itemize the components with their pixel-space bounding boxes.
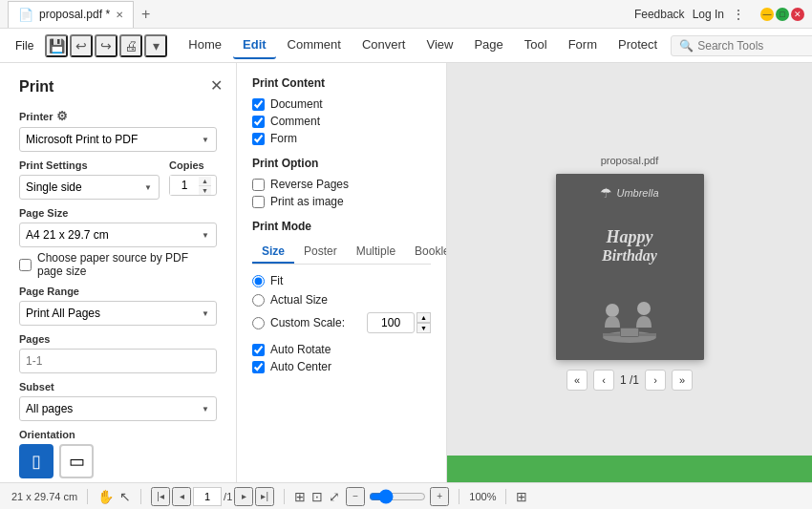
custom-scale-radio[interactable]: [252, 317, 265, 329]
search-icon: 🔍: [679, 39, 694, 53]
last-page-status-button[interactable]: ▸|: [255, 487, 274, 506]
menu-edit[interactable]: Edit: [233, 32, 276, 59]
gear-icon[interactable]: ⚙: [56, 109, 68, 123]
zoom-out-button[interactable]: −: [346, 487, 365, 506]
page-info: 1 /1: [620, 373, 639, 387]
print-as-image-checkbox[interactable]: [252, 196, 265, 208]
top-bar-right: Feedback Log In ⋮ — □ ✕: [634, 7, 804, 22]
copies-arrows: ▲ ▼: [199, 177, 211, 195]
prev-page-button[interactable]: ‹: [593, 370, 614, 391]
umbrella-logo: ☂ Umbrella: [600, 185, 658, 201]
preview-area: proposal.pdf ☂ Umbrella Happy Birthday: [447, 63, 812, 482]
undo-icon[interactable]: ↩: [70, 34, 93, 57]
first-page-button[interactable]: «: [566, 370, 588, 391]
auto-rotate-checkbox[interactable]: [252, 344, 265, 356]
prev-page-status-button[interactable]: ◂: [172, 487, 191, 506]
first-page-status-button[interactable]: |◂: [151, 487, 170, 506]
status-divider-5: [505, 489, 506, 504]
select-tool-icon[interactable]: ↖: [119, 489, 131, 504]
login-link[interactable]: Log In: [693, 8, 724, 21]
menu-convert[interactable]: Convert: [353, 32, 416, 59]
status-divider-2: [140, 489, 141, 504]
close-button[interactable]: ✕: [210, 76, 223, 95]
actual-size-radio[interactable]: [252, 294, 265, 307]
auto-rotate-label: Auto Rotate: [270, 343, 331, 356]
menu-search[interactable]: 🔍: [671, 35, 812, 56]
menu-bar: File 💾 ↩ ↪ 🖨 ▾ Home Edit Comment Convert…: [0, 29, 812, 63]
fullscreen-icon[interactable]: ⤢: [329, 489, 340, 504]
menu-tool[interactable]: Tool: [515, 32, 557, 59]
document-checkbox[interactable]: [252, 98, 265, 111]
settings-label: Print Settings: [19, 159, 160, 171]
menu-view[interactable]: View: [417, 32, 462, 59]
fit-radio[interactable]: [252, 275, 265, 287]
dropdown-arrow-icon[interactable]: ▾: [144, 34, 167, 57]
tab-poster[interactable]: Poster: [294, 241, 347, 264]
menu-comment[interactable]: Comment: [278, 32, 351, 59]
tab-close-button[interactable]: ✕: [116, 10, 123, 20]
fit-width-icon[interactable]: ⊡: [311, 489, 323, 504]
grid-view-icon[interactable]: ⊞: [516, 489, 527, 504]
copies-down-button[interactable]: ▼: [199, 186, 211, 195]
birthday-text2: Birthday: [602, 247, 657, 265]
settings-select-wrapper: Single side: [19, 175, 160, 200]
fit-page-icon[interactable]: ⊞: [294, 489, 306, 504]
page-nav: |◂ ◂ /1 ▸ ▸|: [151, 487, 274, 506]
actual-size-radio-row: Actual Size: [252, 293, 431, 307]
last-page-button[interactable]: »: [672, 370, 693, 391]
current-page-input[interactable]: [193, 487, 222, 506]
menu-protect[interactable]: Protect: [609, 32, 667, 59]
maximize-button[interactable]: □: [776, 8, 789, 21]
pages-label: Pages: [19, 333, 217, 345]
close-window-button[interactable]: ✕: [791, 8, 804, 21]
zoom-in-button[interactable]: +: [430, 487, 449, 506]
comment-checkbox[interactable]: [252, 116, 265, 128]
tab-multiple[interactable]: Multiple: [347, 241, 405, 264]
auto-center-checkbox[interactable]: [252, 361, 265, 373]
svg-point-3: [637, 302, 651, 315]
scale-down-button[interactable]: ▼: [417, 323, 431, 333]
print-icon[interactable]: 🖨: [119, 34, 142, 57]
scale-up-button[interactable]: ▲: [417, 312, 431, 323]
form-label: Form: [270, 132, 297, 145]
status-divider-4: [459, 489, 459, 504]
menu-home[interactable]: Home: [179, 32, 231, 59]
next-page-status-button[interactable]: ▸: [234, 487, 253, 506]
copies-input[interactable]: [170, 176, 199, 195]
menu-page[interactable]: Page: [464, 32, 512, 59]
subset-select[interactable]: All pages: [19, 396, 217, 421]
svg-point-2: [606, 304, 619, 317]
custom-scale-input[interactable]: [367, 312, 415, 333]
umbrella-text: Umbrella: [616, 187, 658, 199]
search-input[interactable]: [697, 39, 812, 53]
reverse-pages-checkbox[interactable]: [252, 179, 265, 191]
minimize-button[interactable]: —: [760, 8, 774, 21]
feedback-link[interactable]: Feedback: [634, 8, 685, 21]
active-tab[interactable]: 📄 proposal.pdf * ✕: [8, 1, 134, 28]
printer-select-wrapper: Microsoft Print to PDF: [19, 127, 217, 152]
next-page-button[interactable]: ›: [645, 370, 666, 391]
page-size-select[interactable]: A4 21 x 29.7 cm: [19, 223, 217, 247]
form-checkbox[interactable]: [252, 133, 265, 145]
menu-form[interactable]: Form: [559, 32, 607, 59]
copies-up-button[interactable]: ▲: [199, 177, 211, 186]
hand-tool-icon[interactable]: ✋: [97, 489, 114, 504]
settings-select[interactable]: Single side: [19, 175, 160, 200]
page-range-select[interactable]: Print All Pages: [19, 301, 217, 326]
menu-file[interactable]: File: [8, 35, 41, 56]
save-icon[interactable]: 💾: [45, 34, 68, 57]
more-options-icon[interactable]: ⋮: [732, 7, 745, 22]
menu-icons: 💾 ↩ ↪ 🖨 ▾: [45, 34, 167, 57]
pages-input[interactable]: [19, 349, 217, 373]
printer-select[interactable]: Microsoft Print to PDF: [19, 127, 217, 152]
paper-source-checkbox[interactable]: [19, 259, 32, 271]
orientation-buttons: ▯ ▭: [19, 444, 217, 478]
landscape-button[interactable]: ▭: [59, 444, 94, 478]
tab-booklet[interactable]: Booklet: [405, 241, 447, 264]
redo-icon[interactable]: ↪: [95, 34, 118, 57]
new-tab-button[interactable]: +: [134, 6, 158, 23]
tab-size[interactable]: Size: [252, 241, 294, 264]
status-bar: 21 x 29.74 cm ✋ ↖ |◂ ◂ /1 ▸ ▸| ⊞ ⊡ ⤢ − +…: [0, 482, 812, 509]
zoom-slider[interactable]: [369, 489, 426, 504]
portrait-button[interactable]: ▯: [19, 444, 53, 478]
